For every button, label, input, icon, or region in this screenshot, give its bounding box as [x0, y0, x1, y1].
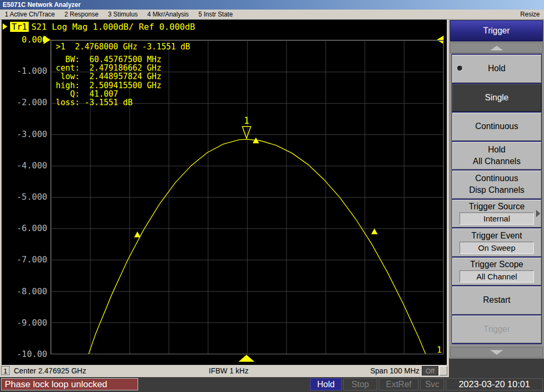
channel-status-strip: 1 Center 2.476925 GHz IFBW 1 kHz Span 10… — [0, 365, 449, 377]
span-label[interactable]: Span 100 MHz — [370, 367, 420, 375]
continuous-button-label: Continuous — [475, 122, 518, 131]
menu-stimulus[interactable]: 3 Stimulus — [103, 10, 142, 19]
scroll-down-arrow-icon — [490, 350, 503, 355]
sidebar-filler — [449, 359, 544, 377]
y-tick-3: -3.000 — [2, 130, 47, 139]
softkey-scroll-up-button[interactable] — [450, 42, 543, 53]
marker-stimulus-triangle-icon — [239, 355, 254, 362]
continuous-disp-channels-button[interactable]: Continuous Disp Channels — [452, 169, 542, 200]
submenu-arrow-icon — [536, 210, 540, 217]
menu-resize[interactable]: Resize — [516, 10, 544, 19]
trigger-scope-button[interactable]: Trigger Scope All Channel — [452, 257, 542, 287]
datetime-display: 2023-03-20 10:01 — [446, 378, 543, 390]
cont-disp-line1: Continuous — [475, 173, 518, 184]
ifbw-label[interactable]: IFBW 1 kHz — [209, 367, 249, 375]
hold-all-channels-button[interactable]: Hold All Channels — [452, 141, 542, 171]
cont-disp-line2: Disp Channels — [469, 184, 524, 196]
trigger-button-disabled: Trigger — [452, 314, 542, 345]
ref-level-left-marker-icon — [44, 36, 50, 44]
trigger-scope-value: All Channel — [460, 270, 534, 283]
hold-button[interactable]: Hold — [452, 54, 542, 84]
trigger-button-label: Trigger — [483, 325, 510, 334]
extref-state-badge: ExtRef — [379, 378, 419, 390]
bandwidth-analysis-readout: BW: 60.45767500 MHz cent: 2.479186662 GH… — [56, 55, 162, 107]
y-tick-5: -5.000 — [2, 192, 47, 202]
window-titlebar: E5071C Network Analyzer — [0, 0, 544, 10]
y-tick-7: -7.000 — [2, 255, 47, 265]
center-frequency-label[interactable]: Center 2.476925 GHz — [14, 367, 86, 375]
single-button-label: Single — [485, 93, 508, 103]
svg-text:1: 1 — [244, 115, 249, 126]
softkey-scroll-down-button[interactable] — [450, 347, 543, 357]
trigger-source-button[interactable]: Trigger Source Internal — [452, 199, 542, 229]
stop-state-badge: Stop — [343, 378, 377, 390]
instrument-status-bar: Phase lock loop unlocked Hold Stop ExtRe… — [0, 377, 544, 392]
off-indicator: Off — [422, 366, 438, 376]
trigger-event-value: On Sweep — [460, 242, 534, 254]
status-mini-button[interactable] — [439, 366, 447, 376]
scroll-up-arrow-icon — [490, 46, 503, 50]
menu-response[interactable]: 2 Response — [60, 10, 103, 19]
y-tick-0: 0.000 — [2, 35, 47, 45]
window-title: E5071C Network Analyzer — [3, 1, 81, 8]
menu-mkr-analysis[interactable]: 4 Mkr/Analysis — [142, 10, 193, 19]
menu-active-ch-trace[interactable]: 1 Active Ch/Trace — [0, 10, 60, 19]
marker-readout: >1 2.4768000 GHz -3.1551 dB — [56, 42, 190, 51]
y-tick-6: -6.000 — [2, 224, 47, 233]
menu-instr-state[interactable]: 5 Instr State — [193, 10, 237, 19]
trace-status-line: Tr1 S21 Log Mag 1.000dB/ Ref 0.000dB — [3, 21, 195, 32]
y-tick-8: -8.000 — [2, 287, 47, 296]
channel-indicator: 1 — [437, 345, 442, 355]
y-tick-2: -2.000 — [2, 98, 47, 107]
trigger-event-button[interactable]: Trigger Event On Sweep — [452, 227, 542, 258]
y-tick-10: -10.00 — [2, 350, 47, 359]
trigger-event-label: Trigger Event — [471, 231, 522, 241]
trace-name-chip[interactable]: Tr1 — [10, 22, 29, 32]
softkey-menu-title: Trigger — [450, 20, 543, 41]
single-button[interactable]: Single — [452, 83, 542, 113]
hold-all-line2: All Channels — [473, 156, 521, 167]
hold-all-line1: Hold — [488, 144, 506, 156]
menu-bar: 1 Active Ch/Trace 2 Response 3 Stimulus … — [0, 10, 544, 20]
hold-button-label: Hold — [488, 64, 506, 73]
channel-number-box: 1 — [1, 366, 10, 375]
hold-state-badge: Hold — [310, 378, 342, 390]
y-tick-1: -1.000 — [2, 66, 47, 76]
instrument-screen: Tr1 S21 Log Mag 1.000dB/ Ref 0.000dB 0.0… — [2, 20, 447, 365]
softkey-sidebar: Trigger Hold Single Continuous Hold All … — [449, 20, 544, 377]
trace-format-label: S21 Log Mag 1.000dB/ Ref 0.000dB — [31, 22, 195, 32]
continuous-button[interactable]: Continuous — [452, 112, 542, 142]
trigger-scope-label: Trigger Scope — [470, 260, 523, 269]
error-message: Phase lock loop unlocked — [1, 378, 138, 390]
trigger-source-label: Trigger Source — [469, 202, 524, 211]
radio-selected-icon — [457, 66, 462, 71]
y-tick-4: -4.000 — [2, 161, 47, 171]
trigger-source-value: Internal — [460, 212, 534, 225]
restart-button-label: Restart — [483, 295, 511, 305]
y-tick-9: -9.000 — [2, 318, 47, 328]
svc-state-badge: Svc — [420, 378, 444, 390]
restart-button[interactable]: Restart — [452, 285, 542, 316]
active-trace-arrow-icon — [3, 23, 7, 30]
